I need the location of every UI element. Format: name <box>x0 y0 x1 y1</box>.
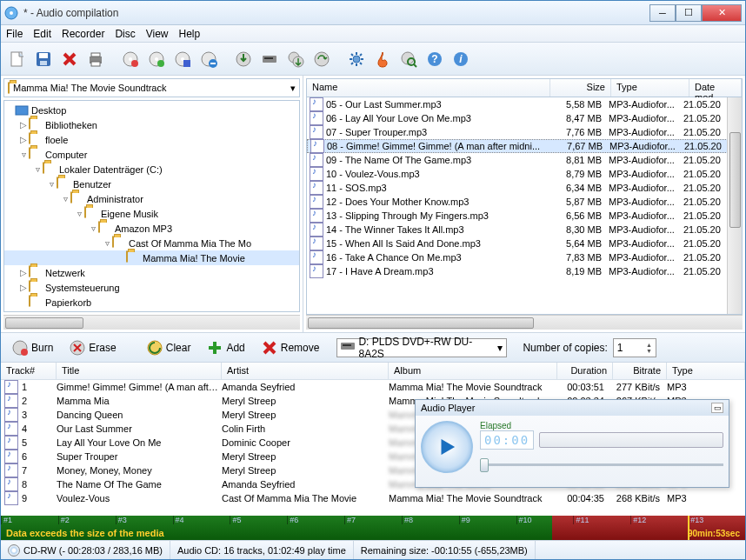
tree-row[interactable]: ▷Systemsteuerung <box>4 280 299 295</box>
disc-minus-icon[interactable] <box>197 48 220 70</box>
tree-row[interactable]: ▷floele <box>4 132 299 147</box>
chevron-down-icon[interactable]: ▾ <box>497 342 503 354</box>
path-combo[interactable]: Mamma Mia! The Movie Soundtrack ▾ <box>3 78 300 97</box>
clear-button[interactable]: Clear <box>141 337 196 359</box>
audio-player-title: Audio Player <box>421 403 475 413</box>
tree-row[interactable]: ▿Eigene Musik <box>4 206 299 221</box>
svg-point-36 <box>21 349 28 356</box>
audio-player-close[interactable]: ▭ <box>711 403 723 413</box>
new-icon[interactable] <box>6 48 29 70</box>
file-row[interactable]: 05 - Our Last Summer.mp35,58 MBMP3-Audio… <box>307 97 742 111</box>
file-row[interactable]: 11 - SOS.mp36,34 MBMP3-Audiofor...21.05.… <box>307 181 742 195</box>
music-file-icon <box>4 380 18 394</box>
col-type[interactable]: Type <box>611 79 689 97</box>
menu-file[interactable]: File <box>6 28 23 40</box>
file-list[interactable]: 05 - Our Last Summer.mp35,58 MBMP3-Audio… <box>306 97 743 315</box>
tree-row[interactable]: Papierkorb <box>4 295 299 310</box>
file-row[interactable]: 14 - The Winner Takes It All.mp38,30 MBM… <box>307 223 742 237</box>
disc-load-icon[interactable] <box>232 48 255 70</box>
music-file-icon <box>310 125 323 139</box>
copies-value: 1 <box>617 342 623 354</box>
disc-refresh-icon[interactable] <box>310 48 333 70</box>
fire-icon[interactable] <box>371 48 394 70</box>
file-row[interactable]: 12 - Does Your Mother Know.mp35,87 MBMP3… <box>307 195 742 209</box>
seek-slider[interactable] <box>480 457 723 472</box>
file-row[interactable]: 08 - Gimme! Gimme! Gimme! (A man after m… <box>307 139 742 153</box>
info-icon[interactable]: i <box>450 48 472 70</box>
music-file-icon <box>4 463 18 477</box>
svg-point-11 <box>131 60 138 67</box>
file-row[interactable]: 17 - I Have A Dream.mp38,19 MBMP3-Audiof… <box>307 264 742 278</box>
col-album[interactable]: Album <box>389 363 557 379</box>
burn-button[interactable]: Burn <box>6 337 58 359</box>
col-title[interactable]: Title <box>57 363 222 379</box>
drive-select[interactable]: D: PLDS DVD+-RW DU-8A2S ▾ <box>336 338 507 357</box>
file-row[interactable]: 07 - Super Trouper.mp37,76 MBMP3-Audiofo… <box>307 125 742 139</box>
col-date[interactable]: Date mod <box>689 79 742 97</box>
col-type[interactable]: Type <box>667 363 745 379</box>
folder-tree[interactable]: Desktop▷Bibliotheken▷floele▿Computer▿Lok… <box>3 100 300 312</box>
file-row[interactable]: 15 - When All Is Said And Done.mp35,64 M… <box>307 237 742 250</box>
col-size[interactable]: Size <box>550 79 611 97</box>
copies-spinner[interactable]: ▲▼ <box>646 342 652 354</box>
filelist-vscroll[interactable] <box>727 97 742 314</box>
file-row[interactable]: 13 - Slipping Through My Fingers.mp36,56… <box>307 209 742 223</box>
filelist-hscroll[interactable] <box>306 315 743 330</box>
print-icon[interactable] <box>84 48 107 70</box>
tree-row[interactable]: ▿Lokaler Datenträger (C:) <box>4 162 299 177</box>
action-bar: Burn Erase Clear Add Remove D: PLDS DVD+… <box>1 333 745 363</box>
disc-copy-icon[interactable] <box>284 48 307 70</box>
help-icon[interactable]: ? <box>423 48 446 70</box>
menu-edit[interactable]: Edit <box>33 28 51 40</box>
menu-view[interactable]: View <box>146 28 169 40</box>
disc-mark: #5 <box>230 516 287 524</box>
add-button[interactable]: Add <box>201 337 250 359</box>
copies-input[interactable]: 1 ▲▼ <box>613 338 656 357</box>
delete-icon[interactable] <box>58 48 81 70</box>
file-header: Name Size Type Date mod <box>306 78 743 97</box>
file-row[interactable]: 16 - Take A Chance On Me.mp37,83 MBMP3-A… <box>307 250 742 264</box>
menu-disc[interactable]: Disc <box>115 28 135 40</box>
svg-rect-8 <box>91 62 100 66</box>
col-duration[interactable]: Duration <box>557 363 613 379</box>
settings-icon[interactable] <box>345 48 368 70</box>
menu-help[interactable]: Help <box>179 28 201 40</box>
disc-red-icon[interactable] <box>119 48 142 70</box>
play-button[interactable] <box>421 421 473 473</box>
col-bitrate[interactable]: Bitrate <box>613 363 667 379</box>
tree-row[interactable]: ▿Benutzer <box>4 177 299 191</box>
tree-row[interactable]: ▷Netzwerk <box>4 265 299 280</box>
disc-blue-icon[interactable] <box>171 48 194 70</box>
save-icon[interactable] <box>32 48 55 70</box>
tree-hscroll[interactable] <box>3 315 300 330</box>
chevron-down-icon[interactable]: ▾ <box>290 83 296 94</box>
tree-row[interactable]: ▿Administrator <box>4 191 299 206</box>
erase-button[interactable]: Erase <box>63 337 121 359</box>
close-button[interactable]: ✕ <box>702 4 742 22</box>
progress-bar[interactable] <box>539 432 723 448</box>
col-tracknum[interactable]: Track# <box>1 363 57 379</box>
tree-row[interactable]: ▷Bibliotheken <box>4 117 299 132</box>
maximize-button[interactable]: ☐ <box>676 4 702 22</box>
tree-row[interactable]: Desktop <box>4 103 299 117</box>
track-row[interactable]: 9Voulez-VousCast Of Mamma Mia The MovieM… <box>1 491 745 505</box>
tree-row[interactable]: Mamma Mia! The Movie <box>4 250 299 265</box>
track-row[interactable]: 1Gimme! Gimme! Gimme! (A man after...Ama… <box>1 380 745 394</box>
col-artist[interactable]: Artist <box>222 363 389 379</box>
file-row[interactable]: 09 - The Name Of The Game.mp38,81 MBMP3-… <box>307 153 742 167</box>
status-disc: CD-RW (- 00:28:03 / 283,16 MB) <box>1 541 170 559</box>
file-row[interactable]: 06 - Lay All Your Love On Me.mp38,47 MBM… <box>307 111 742 125</box>
tree-row[interactable]: ▿Amazon MP3 <box>4 221 299 236</box>
drive-icon[interactable] <box>258 48 281 70</box>
window-title: * - Audio compilation <box>23 7 649 19</box>
search-disc-icon[interactable] <box>397 48 420 70</box>
svg-rect-20 <box>210 63 216 64</box>
remove-button[interactable]: Remove <box>256 337 325 359</box>
file-row[interactable]: 10 - Voulez-Vous.mp38,79 MBMP3-Audiofor.… <box>307 167 742 181</box>
disc-green-icon[interactable] <box>145 48 168 70</box>
col-name[interactable]: Name <box>307 79 550 97</box>
svg-point-13 <box>155 57 158 61</box>
tree-row[interactable]: ▿Cast Of Mamma Mia The Mo <box>4 236 299 250</box>
menu-recorder[interactable]: Recorder <box>62 28 104 40</box>
minimize-button[interactable]: ─ <box>649 4 676 22</box>
